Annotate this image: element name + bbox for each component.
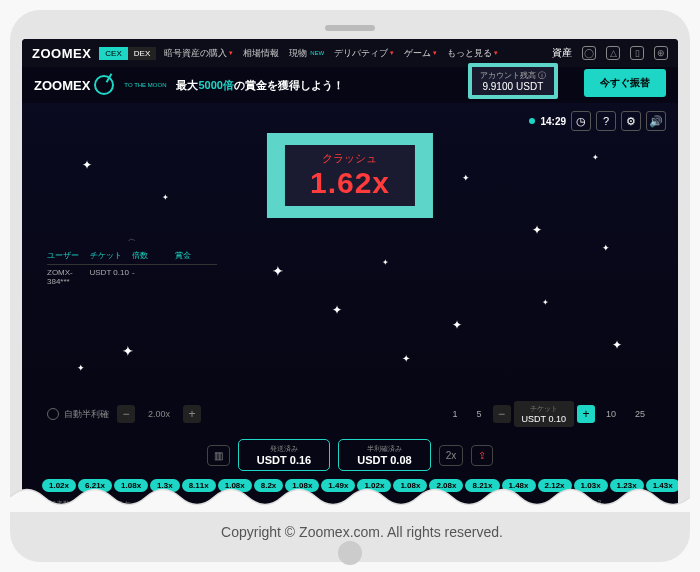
game-timer: 14:29 [540, 116, 566, 127]
amt-1[interactable]: 1 [445, 405, 466, 423]
amt-5[interactable]: 5 [469, 405, 490, 423]
leaderboard: ︿ ユーザー チケット 倍数 賞金 ZOMX-384*** USDT 0.10 … [47, 233, 217, 289]
bell-icon[interactable]: △ [606, 46, 620, 60]
deposit-button[interactable]: 今すぐ振替 [584, 69, 666, 97]
sound-button[interactable]: 🔊 [646, 111, 666, 131]
share-icon[interactable]: ⇪ [471, 445, 493, 466]
nav-assets[interactable]: 資産 [552, 46, 572, 60]
x2-button[interactable]: 2x [439, 445, 464, 466]
balance-amount: 9.9100 [482, 81, 513, 92]
account-balance-box: アカウント残高 ⓘ 9.9100USDT [472, 67, 554, 95]
game-topbar: 14:29 ◷ ? ⚙ 🔊 [529, 111, 666, 131]
device-frame: ZOOMEX CEX DEX 暗号資産の購入▾ 相場情報 現物NEW デリバティ… [10, 10, 690, 562]
banner-text: 最大5000倍の賞金を獲得しよう！ [176, 78, 343, 93]
copyright-text: Copyright © Zoomex.com. All rights reser… [22, 524, 700, 540]
globe-icon[interactable]: ⊕ [654, 46, 668, 60]
nav-buy[interactable]: 暗号資産の購入▾ [164, 47, 233, 60]
ticket-control: − チケット USDT 0.10 + [493, 401, 595, 427]
help-button[interactable]: ? [596, 111, 616, 131]
crash-multiplier: 1.62x [310, 166, 390, 200]
leaderboard-header: ユーザー チケット 倍数 賞金 [47, 247, 217, 265]
radio-icon[interactable] [47, 408, 59, 420]
device-home-button[interactable] [338, 541, 362, 565]
multiplier-control: − 2.00x + [117, 405, 201, 423]
settings-button[interactable]: ⚙ [621, 111, 641, 131]
mult-plus-button[interactable]: + [183, 405, 201, 423]
app-screen: ZOOMEX CEX DEX 暗号資産の購入▾ 相場情報 現物NEW デリバティ… [22, 39, 678, 509]
toggle-cex[interactable]: CEX [99, 47, 127, 60]
nav-game[interactable]: ゲーム▾ [404, 47, 437, 60]
mult-value: 2.00x [138, 405, 180, 423]
bet-button-2[interactable]: 半利確済み USDT 0.08 [338, 439, 430, 471]
decorative-wave [10, 482, 690, 512]
game-canvas: ✦ ✦ ✦ ✦ ✦ ✦ ✦ ✦ ✦ ✦ ✦ ✦ ✦ ✦ ✦ 14:29 ◷ ? … [22, 103, 678, 393]
rocket-icon [94, 75, 114, 95]
mobile-icon[interactable]: ▯ [630, 46, 644, 60]
chart-icon[interactable]: ▥ [207, 445, 230, 466]
leaderboard-collapse-icon[interactable]: ︿ [47, 233, 217, 244]
amt-10[interactable]: 10 [598, 405, 624, 423]
top-navbar: ZOOMEX CEX DEX 暗号資産の購入▾ 相場情報 現物NEW デリバティ… [22, 39, 678, 67]
logo-subtitle: TO THE MOON [124, 82, 166, 88]
ticket-plus-button[interactable]: + [577, 405, 595, 423]
balance-label: アカウント残高 ⓘ [480, 70, 546, 81]
mult-minus-button[interactable]: − [117, 405, 135, 423]
nav-spot[interactable]: 現物NEW [289, 47, 324, 60]
nav-menu: 暗号資産の購入▾ 相場情報 現物NEW デリバティブ▾ ゲーム▾ もっと見る▾ [164, 47, 498, 60]
nav-more[interactable]: もっと見る▾ [447, 47, 498, 60]
history-button[interactable]: ◷ [571, 111, 591, 131]
ticket-box: チケット USDT 0.10 [514, 401, 574, 427]
game-logo: ZOOMEX [34, 75, 114, 95]
quick-amounts: 1 5 − チケット USDT 0.10 + 10 25 [445, 401, 653, 427]
toggle-dex[interactable]: DEX [128, 47, 156, 60]
promo-banner: ZOOMEX TO THE MOON 最大5000倍の賞金を獲得しよう！ アカウ… [22, 67, 678, 103]
nav-deriv[interactable]: デリバティブ▾ [334, 47, 394, 60]
leaderboard-row: ZOMX-384*** USDT 0.10 - [47, 265, 217, 289]
device-camera [325, 25, 375, 31]
amt-25[interactable]: 25 [627, 405, 653, 423]
crash-highlight: クラッシュ 1.62x [267, 133, 433, 218]
crash-label: クラッシュ [310, 151, 390, 166]
topbar-right: 資産 ◯ △ ▯ ⊕ [552, 46, 668, 60]
auto-cashout[interactable]: 自動半利確 [47, 408, 109, 421]
nav-market[interactable]: 相場情報 [243, 47, 279, 60]
balance-unit: USDT [516, 81, 543, 92]
balance-highlight: アカウント残高 ⓘ 9.9100USDT [468, 63, 558, 99]
cex-dex-toggle[interactable]: CEX DEX [99, 47, 156, 60]
crash-display: クラッシュ 1.62x [285, 145, 415, 206]
ticket-minus-button[interactable]: − [493, 405, 511, 423]
user-icon[interactable]: ◯ [582, 46, 596, 60]
bet-button-1[interactable]: 発送済み USDT 0.16 [238, 439, 330, 471]
bet-controls-row2: ▥ 発送済み USDT 0.16 半利確済み USDT 0.08 2x ⇪ [22, 435, 678, 475]
status-dot-icon [529, 118, 535, 124]
bet-controls-row1: 自動半利確 − 2.00x + 1 5 − チケット USDT 0.10 + 1 [22, 393, 678, 435]
brand-logo: ZOOMEX [32, 46, 91, 61]
